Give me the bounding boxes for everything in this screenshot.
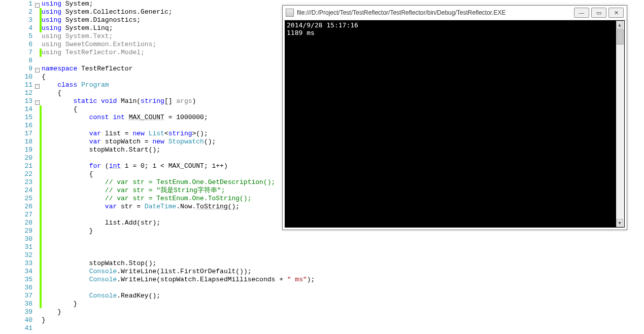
fold-toggle — [35, 211, 40, 219]
code-line[interactable]: 39 } — [0, 308, 644, 316]
code-line[interactable]: 35 Console.WriteLine(stopWatch.ElapsedMi… — [0, 276, 644, 284]
code-text[interactable]: Console.WriteLine(list.FirstOrDefault())… — [42, 268, 252, 276]
scroll-down-icon[interactable]: ▼ — [616, 219, 623, 227]
fold-toggle — [35, 146, 40, 154]
line-number: 3 — [0, 16, 35, 24]
code-text[interactable]: // var str = TestEnum.One.ToString(); — [42, 195, 251, 203]
code-text[interactable]: class Program — [42, 81, 109, 89]
fold-toggle[interactable]: - — [35, 81, 40, 89]
line-number: 11 — [0, 81, 35, 89]
code-text[interactable]: { — [42, 89, 61, 97]
fold-toggle — [35, 162, 40, 170]
line-number: 28 — [0, 219, 35, 227]
code-text[interactable]: for (int i = 0; i < MAX_COUNT; i++) — [42, 162, 228, 170]
code-text[interactable]: var str = DateTime.Now.ToString(); — [42, 203, 240, 211]
fold-toggle — [35, 195, 40, 203]
fold-toggle — [35, 178, 40, 187]
fold-toggle — [35, 89, 40, 97]
console-output[interactable]: 2014/9/28 15:17:161189 ms ▲ ▼ — [285, 20, 625, 228]
change-indicator — [40, 211, 42, 219]
code-text[interactable]: list.Add(str); — [42, 219, 160, 227]
line-number: 30 — [0, 235, 35, 243]
line-number: 40 — [0, 316, 35, 324]
code-text[interactable]: } — [42, 308, 61, 316]
code-text[interactable]: var stopWatch = new Stopwatch(); — [42, 138, 216, 146]
close-button[interactable]: ✕ — [608, 8, 624, 18]
code-text[interactable]: } — [42, 316, 46, 324]
code-line[interactable]: 40} — [0, 316, 644, 324]
code-line[interactable]: 33 stopWatch.Stop(); — [0, 259, 644, 268]
line-number: 5 — [0, 32, 35, 41]
line-number: 4 — [0, 24, 35, 32]
code-text[interactable]: Console.ReadKey(); — [42, 292, 160, 300]
line-number: 27 — [0, 211, 35, 219]
line-number: 34 — [0, 268, 35, 276]
minimize-button[interactable]: — — [574, 8, 589, 18]
fold-toggle — [35, 268, 40, 276]
fold-toggle — [35, 203, 40, 211]
maximize-button[interactable]: ▭ — [591, 8, 606, 18]
code-text[interactable]: stopWatch.Stop(); — [42, 259, 156, 268]
line-number: 25 — [0, 195, 35, 203]
code-line[interactable]: 41 — [0, 324, 644, 332]
line-number: 33 — [0, 259, 35, 268]
code-text[interactable]: const int MAX_COUNT = 1000000; — [42, 114, 208, 122]
fold-toggle[interactable]: - — [35, 97, 40, 105]
fold-toggle — [35, 219, 40, 227]
code-text[interactable]: using System.Diagnostics; — [42, 16, 141, 24]
code-line[interactable]: 31 — [0, 243, 644, 251]
code-text[interactable]: using SweetCommon.Extentions; — [42, 41, 156, 49]
fold-toggle — [35, 259, 40, 268]
scroll-thumb[interactable] — [617, 29, 624, 45]
code-text[interactable]: } — [42, 300, 77, 308]
code-line[interactable]: 38 } — [0, 300, 644, 308]
scroll-up-icon[interactable]: ▲ — [616, 21, 623, 29]
fold-toggle — [35, 73, 40, 81]
change-indicator — [40, 251, 42, 259]
code-text[interactable]: Console.WriteLine(stopWatch.ElapsedMilli… — [42, 276, 315, 284]
fold-toggle — [35, 187, 40, 195]
fold-toggle — [35, 227, 40, 235]
code-text[interactable]: var list = new List<string>(); — [42, 130, 208, 138]
line-number: 39 — [0, 308, 35, 316]
code-line[interactable]: 37 Console.ReadKey(); — [0, 292, 644, 300]
fold-toggle — [35, 138, 40, 146]
code-text[interactable]: using TestReflector.Model; — [42, 49, 145, 57]
line-number: 13 — [0, 97, 35, 105]
code-text[interactable]: namespace TestReflector — [42, 65, 132, 73]
fold-toggle — [35, 57, 40, 65]
fold-toggle[interactable]: - — [35, 0, 40, 8]
line-number: 9 — [0, 65, 35, 73]
code-text[interactable]: static void Main(string[] args) — [42, 97, 196, 105]
code-text[interactable]: { — [42, 105, 77, 114]
code-line[interactable]: 36 — [0, 284, 644, 292]
code-text[interactable]: using System.Linq; — [42, 24, 113, 32]
fold-toggle — [35, 300, 40, 308]
code-text[interactable]: // var str = TestEnum.One.GetDescription… — [42, 178, 275, 187]
console-line: 2014/9/28 15:17:16 — [287, 21, 623, 29]
console-titlebar[interactable]: file:///D:/Project/Test/TestReflector/Te… — [283, 6, 627, 20]
code-line[interactable]: 32 — [0, 251, 644, 259]
console-scrollbar[interactable]: ▲ ▼ — [616, 21, 624, 227]
fold-toggle — [35, 284, 40, 292]
fold-toggle — [35, 24, 40, 32]
code-text[interactable]: { — [42, 73, 46, 81]
fold-toggle — [35, 122, 40, 130]
line-number: 31 — [0, 243, 35, 251]
line-number: 26 — [0, 203, 35, 211]
code-text[interactable]: using System.Text; — [42, 32, 113, 41]
fold-toggle[interactable]: - — [35, 65, 40, 73]
change-indicator — [40, 235, 42, 243]
console-title: file:///D:/Project/Test/TestReflector/Te… — [297, 9, 574, 16]
fold-toggle — [35, 154, 40, 162]
code-text[interactable]: using System.Collections.Generic; — [42, 8, 173, 16]
change-indicator — [40, 122, 42, 130]
code-line[interactable]: 30 — [0, 235, 644, 243]
code-text[interactable]: using System; — [42, 0, 93, 8]
code-text[interactable]: } — [42, 227, 93, 235]
code-text[interactable]: { — [42, 170, 93, 178]
code-text[interactable]: // var str = "我是String字符串"; — [42, 187, 225, 195]
code-text[interactable]: stopWatch.Start(); — [42, 146, 160, 154]
line-number: 41 — [0, 324, 35, 332]
code-line[interactable]: 34 Console.WriteLine(list.FirstOrDefault… — [0, 268, 644, 276]
